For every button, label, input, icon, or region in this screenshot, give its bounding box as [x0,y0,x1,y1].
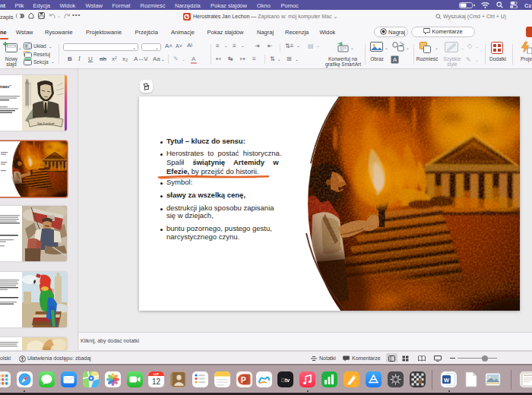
svg-text:A: A [393,56,397,63]
svg-text:Jan Lechoń: Jan Lechoń [36,122,55,125]
svg-text:LUT: LUT [154,373,160,376]
svg-text:trates”: trates” [0,85,11,89]
svg-text:W: W [444,377,450,384]
svg-text:P: P [241,375,246,384]
svg-text:12: 12 [152,378,161,386]
svg-text:tv: tv [281,378,290,383]
